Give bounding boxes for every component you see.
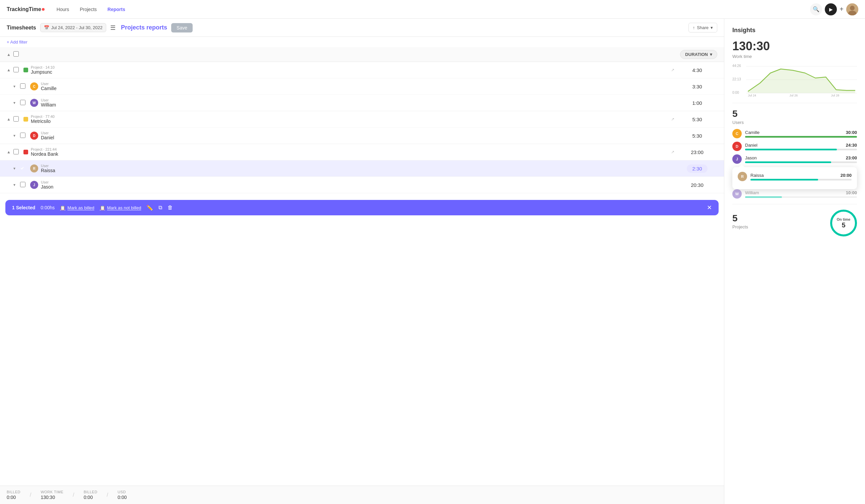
selected-duration-badge: 2:30 [687, 164, 707, 173]
external-link-icon[interactable]: ↗ [671, 117, 674, 121]
chevron-down-icon: ▾ [710, 52, 712, 57]
svg-text:22:13: 22:13 [733, 77, 741, 81]
logo-dot [42, 8, 45, 11]
user-bar-bg [745, 149, 857, 150]
mark-billed-button[interactable]: 📋 Mark as billed [60, 205, 94, 210]
select-all-check[interactable] [13, 51, 27, 58]
project-row-nordea[interactable]: ▲ Project · 221:44 Nordea Bank ↗ 23:00 [0, 144, 724, 160]
project-duration-nordea: 23:00 [677, 149, 717, 155]
on-time-label: On time [837, 217, 851, 221]
users-count: 5 [733, 108, 857, 119]
filter-button[interactable]: ☰ [110, 24, 116, 32]
expand-all[interactable]: ▲ [7, 52, 13, 57]
project-duration-metricsilo: 5:30 [677, 117, 717, 122]
user-name: William [745, 190, 843, 195]
project-check-jumpsunc[interactable] [13, 67, 23, 73]
add-button[interactable]: + [840, 5, 844, 13]
checked-checkbox-raissa[interactable] [20, 166, 30, 171]
projects-label: Projects [733, 224, 748, 230]
user-name-william: William [41, 102, 677, 107]
copy-button[interactable]: ⧉ [159, 204, 162, 211]
billed-icon: 📋 [60, 205, 65, 210]
play-button[interactable]: ▶ [825, 3, 837, 15]
users-list: C Camille 30:00 D Daniel 24: [733, 129, 857, 164]
total-billed: BILLED 0:00 [7, 490, 21, 500]
user-bar-bg [745, 196, 857, 198]
user-row-raissa[interactable]: ▾ R User Raissa 2:30 [0, 160, 724, 176]
collapse-icon[interactable]: ▲ [7, 150, 13, 154]
project-row-jumpsunc[interactable]: ▲ Project · 14:10 Jumpsunc ↗ 4:30 [0, 62, 724, 78]
edit-button[interactable]: ✏️ [147, 204, 153, 211]
save-button[interactable]: Save [171, 23, 193, 33]
footer-totals: BILLED 0:00 / WORK TIME 130:30 / BILLED … [0, 485, 724, 504]
collapse-icon[interactable]: ▲ [7, 68, 13, 72]
project-row-metricsilo[interactable]: ▲ Project · 77:40 Metricsilo ↗ 5:30 [0, 111, 724, 127]
toolbar: Timesheets 📅 Jul 24, 2022 - Jul 30, 2022… [0, 19, 724, 37]
user-row-camille[interactable]: ▾ C User Camille 3:30 [0, 78, 724, 94]
project-label: Project · 221:44 [31, 147, 671, 151]
nav-projects[interactable]: Projects [76, 4, 101, 15]
selection-bar: 1 Selected 0:00hs 📋 Mark as billed 📋 Mar… [5, 200, 718, 215]
user-bar-bg [745, 136, 857, 138]
insights-title: Insights [733, 27, 857, 34]
date-range-picker[interactable]: 📅 Jul 24, 2022 - Jul 30, 2022 [40, 23, 106, 32]
select-all-checkbox[interactable] [13, 51, 19, 57]
nav-reports[interactable]: Reports [104, 4, 129, 15]
user-bar-fill [745, 149, 837, 150]
user-avatar[interactable] [846, 3, 858, 15]
raissa-tooltip-card: R Raissa 20:00 [733, 167, 857, 189]
project-color-dot [23, 150, 28, 154]
project-label: Project · 77:40 [31, 115, 671, 119]
user-time: 23:00 [846, 155, 857, 161]
user-label: User [41, 131, 677, 135]
right-panel: Insights 130:30 Work time 44:26 22:13 0:… [724, 19, 865, 504]
expand-icon[interactable]: ▾ [13, 133, 20, 138]
mark-not-billed-button[interactable]: 📋 Mark as not billed [100, 205, 141, 210]
user-insight-camille: C Camille 30:00 [733, 129, 857, 138]
user-insight-jason: J Jason 23:00 [733, 154, 857, 164]
duration-sort-button[interactable]: DURATION ▾ [680, 50, 717, 59]
project-name-metricsilo: Metricsilo [31, 119, 671, 124]
close-selection-button[interactable]: ✕ [707, 204, 712, 211]
external-link-icon[interactable]: ↗ [671, 68, 674, 72]
project-duration: 4:30 [677, 67, 717, 73]
add-filter-area: + Add filter [0, 37, 724, 47]
expand-icon[interactable]: ▾ [13, 84, 20, 89]
external-link-icon[interactable]: ↗ [671, 150, 674, 154]
avatar-jason: J [733, 154, 742, 164]
user-duration-camille: 3:30 [677, 84, 717, 90]
user-avatar-william: W [30, 99, 38, 107]
logo: TrackingTime [7, 7, 45, 12]
user-bar-fill [745, 161, 831, 163]
svg-text:Jul 28: Jul 28 [831, 94, 840, 96]
user-name-raissa: Raissa [41, 168, 677, 173]
user-row-jason[interactable]: ▾ J User Jason 20:30 [0, 176, 724, 193]
total-usd: USD 0:00 [118, 490, 127, 500]
calendar-icon: 📅 [44, 25, 49, 30]
user-row-daniel[interactable]: ▾ D User Daniel 5:30 [0, 127, 724, 144]
chart-area: 44:26 22:13 0:00 Jul 24 Jul 26 Jul 28 [733, 63, 857, 97]
top-nav: TrackingTime Hours Projects Reports 🔍 ▶ … [0, 0, 865, 19]
user-label: User [41, 82, 677, 86]
delete-button[interactable]: 🗑 [168, 204, 173, 211]
user-avatar-raissa: R [30, 164, 38, 173]
collapse-icon[interactable]: ▲ [7, 117, 13, 121]
left-panel: Timesheets 📅 Jul 24, 2022 - Jul 30, 2022… [0, 19, 724, 504]
share-button[interactable]: ↑ Share ▾ [689, 23, 717, 33]
expand-icon[interactable]: ▾ [13, 101, 20, 105]
search-button[interactable]: 🔍 [810, 3, 822, 15]
add-filter-button[interactable]: + Add filter [7, 39, 27, 45]
projects-count: 5 [733, 213, 748, 224]
user-time: 10:00 [846, 190, 857, 195]
expand-icon[interactable]: ▾ [13, 183, 20, 187]
project-name-nordea: Nordea Bank [31, 151, 671, 157]
main-layout: Timesheets 📅 Jul 24, 2022 - Jul 30, 2022… [0, 19, 865, 504]
project-color-dot [23, 68, 28, 72]
expand-icon[interactable]: ▾ [13, 166, 20, 171]
users-label: Users [733, 120, 857, 125]
nav-hours[interactable]: Hours [53, 4, 73, 15]
total-work-time: WORK TIME 130:30 [41, 490, 63, 500]
user-row-william[interactable]: ▾ W User William 1:00 [0, 94, 724, 111]
avatar-camille: C [733, 129, 742, 138]
user-label: User [41, 164, 677, 168]
